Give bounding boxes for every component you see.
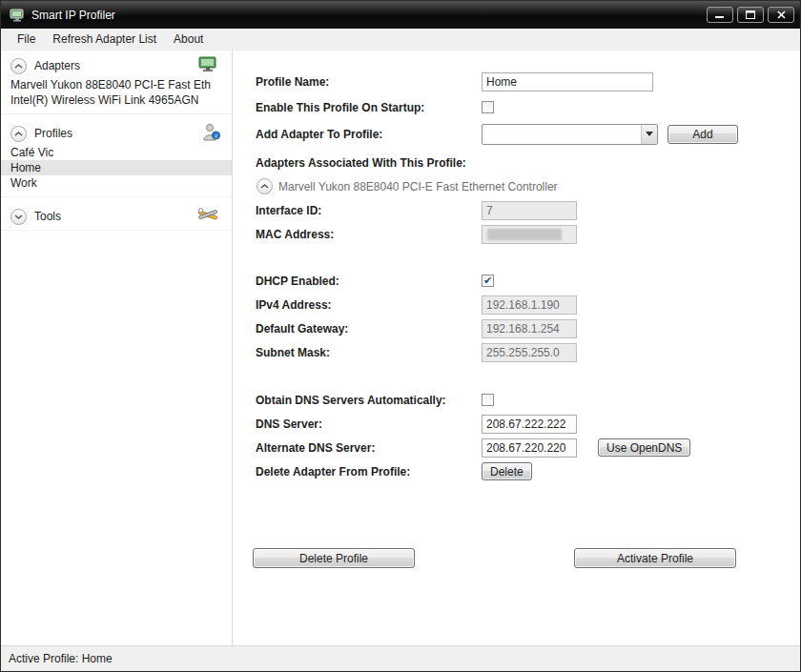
svg-text:i: i xyxy=(216,132,217,140)
active-profile-status: Active Profile: Home xyxy=(9,652,113,665)
menu-about[interactable]: About xyxy=(165,29,212,50)
tools-section-label: Tools xyxy=(34,210,189,223)
sidebar-item-profile-work[interactable]: Work xyxy=(1,175,232,191)
minimize-button[interactable] xyxy=(707,7,733,23)
gateway-label: Default Gateway: xyxy=(256,322,482,336)
sidebar-section-adapters: Adapters Marvell Yukon 88E8040 PCI-E Fas… xyxy=(1,54,232,114)
enable-startup-label: Enable This Profile On Startup: xyxy=(256,101,482,114)
adapter-name-label: Marvell Yukon 88E8040 PCI-E Fast Etherne… xyxy=(278,180,558,193)
delete-profile-button[interactable]: Delete Profile xyxy=(253,548,415,568)
profile-name-input[interactable] xyxy=(482,72,653,92)
maximize-button[interactable] xyxy=(737,7,764,23)
adapters-section-label: Adapters xyxy=(34,59,190,72)
bottom-buttons-row: Delete Profile Activate Profile xyxy=(253,548,736,568)
enable-startup-checkbox[interactable] xyxy=(482,101,494,113)
titlebar: Smart IP Profiler xyxy=(1,1,800,29)
add-button[interactable]: Add xyxy=(668,125,738,144)
subnet-label: Subnet Mask: xyxy=(256,346,482,359)
dns-server-row: DNS Server: xyxy=(256,412,770,436)
delete-adapter-row: Delete Adapter From Profile: Delete xyxy=(256,459,770,483)
menubar: File Refresh Adapter List About xyxy=(1,29,800,51)
ipv4-row: IPv4 Address: xyxy=(256,293,770,316)
app-window: Smart IP Profiler File Refresh Adapter L… xyxy=(0,0,801,672)
mac-address-label: MAC Address: xyxy=(256,228,482,241)
dns-auto-row: Obtain DNS Servers Automatically: xyxy=(256,388,770,412)
ipv4-label: IPv4 Address: xyxy=(256,298,482,312)
gateway-row: Default Gateway: xyxy=(256,316,770,340)
sidebar: Adapters Marvell Yukon 88E8040 PCI-E Fas… xyxy=(1,51,233,645)
statusbar: Active Profile: Home xyxy=(1,645,800,671)
dns-server-input[interactable] xyxy=(482,415,577,434)
network-adapter-icon xyxy=(197,56,220,75)
window-title: Smart IP Profiler xyxy=(31,9,707,22)
mac-address-row: MAC Address: xyxy=(256,222,770,246)
profiles-section-header[interactable]: Profiles i xyxy=(1,122,232,145)
dns-server-label: DNS Server: xyxy=(256,417,482,431)
chevron-down-icon[interactable] xyxy=(10,209,27,225)
gateway-input xyxy=(482,319,577,338)
dns-auto-label: Obtain DNS Servers Automatically: xyxy=(256,394,482,407)
tools-wrench-icon xyxy=(196,205,220,228)
sidebar-item-profile-cafe-vic[interactable]: Café Vic xyxy=(1,145,232,160)
dropdown-arrow-icon[interactable] xyxy=(641,125,657,144)
add-adapter-row: Add Adapter To Profile: Add xyxy=(256,122,770,146)
profiles-section-label: Profiles xyxy=(34,127,195,140)
sidebar-item-adapter-intel[interactable]: Intel(R) Wireless WiFi Link 4965AGN xyxy=(1,92,232,108)
menu-refresh-adapter-list[interactable]: Refresh Adapter List xyxy=(44,29,165,50)
adapters-associated-header-row: Adapters Associated With This Profile: xyxy=(256,151,770,174)
chevron-up-icon[interactable] xyxy=(257,178,273,194)
interface-id-input xyxy=(482,201,577,220)
ipv4-input xyxy=(482,295,577,315)
mac-redaction-blur xyxy=(487,229,562,240)
alt-dns-row: Alternate DNS Server: Use OpenDNS xyxy=(256,436,770,459)
dhcp-checkbox[interactable] xyxy=(482,275,494,287)
dhcp-row: DHCP Enabled: xyxy=(256,269,770,293)
enable-startup-row: Enable This Profile On Startup: xyxy=(256,95,770,119)
alt-dns-input[interactable] xyxy=(482,438,577,458)
dhcp-label: DHCP Enabled: xyxy=(256,275,482,288)
subnet-input xyxy=(482,343,577,362)
chevron-up-icon[interactable] xyxy=(10,126,27,142)
adapters-associated-header: Adapters Associated With This Profile: xyxy=(256,156,466,170)
dns-auto-checkbox[interactable] xyxy=(482,394,494,406)
delete-adapter-button[interactable]: Delete xyxy=(482,462,532,480)
adapter-expander-row: Marvell Yukon 88E8040 PCI-E Fast Etherne… xyxy=(256,174,770,198)
use-opendns-button[interactable]: Use OpenDNS xyxy=(598,438,690,457)
tools-section-header[interactable]: Tools xyxy=(1,205,232,228)
sidebar-section-profiles: Profiles i Café Vic Home Work xyxy=(1,122,232,197)
sidebar-item-profile-home[interactable]: Home xyxy=(1,160,232,175)
menu-file[interactable]: File xyxy=(9,29,44,50)
add-adapter-label: Add Adapter To Profile: xyxy=(256,128,482,141)
interface-id-label: Interface ID: xyxy=(256,204,482,217)
activate-profile-button[interactable]: Activate Profile xyxy=(574,548,736,568)
sidebar-section-tools: Tools xyxy=(1,205,232,231)
close-button[interactable] xyxy=(768,7,794,23)
adapters-section-header[interactable]: Adapters xyxy=(1,54,232,77)
alt-dns-label: Alternate DNS Server: xyxy=(256,441,482,455)
sidebar-item-adapter-marvell[interactable]: Marvell Yukon 88E8040 PCI-E Fast Eth xyxy=(1,77,232,92)
chevron-up-icon[interactable] xyxy=(10,58,27,74)
subnet-row: Subnet Mask: xyxy=(256,340,770,364)
add-adapter-dropdown[interactable] xyxy=(482,124,658,145)
delete-adapter-label: Delete Adapter From Profile: xyxy=(256,465,482,479)
app-icon xyxy=(10,8,25,23)
main-panel: Profile Name: Enable This Profile On Sta… xyxy=(233,51,800,645)
profile-name-label: Profile Name: xyxy=(256,75,482,89)
profile-name-row: Profile Name: xyxy=(256,70,770,93)
profile-person-icon: i xyxy=(202,122,220,145)
interface-id-row: Interface ID: xyxy=(256,198,770,222)
